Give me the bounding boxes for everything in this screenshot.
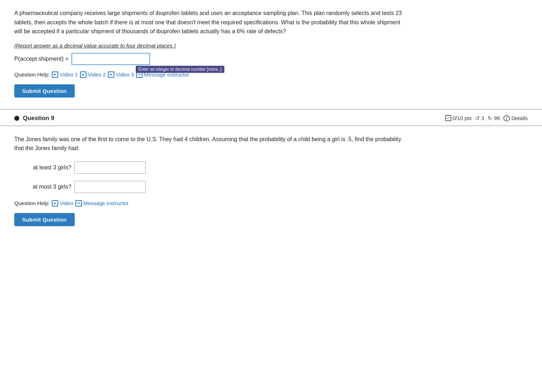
q9-pts-label: 0/10 pts [453,115,472,121]
q9-inputs: at least 3 girls? at most 3 girls? [14,162,528,193]
q9-video-label: Video [60,200,73,206]
q9-at-least-input[interactable] [74,162,146,174]
q9-title-group: Question 9 [14,115,54,122]
q9-at-most-label: at most 3 girls? [14,184,71,190]
q8-question-help: Question Help: ► Video 1 ► Video 2 ► Vid… [14,71,528,78]
q9-undo-label: 3 [481,115,484,121]
q8-input-wrapper: Enter an integer or decimal number [more… [71,53,150,65]
q9-message-instructor-link[interactable]: ✉ Message instructor [75,200,129,207]
q9-details-item[interactable]: i Details [503,115,528,121]
q9-info-icon: i [503,115,510,121]
question-8-block: A pharmaceutical company receives large … [0,0,542,109]
q9-mail-icon: ✉ [75,200,82,207]
q9-video-play-icon: ► [52,200,58,207]
q9-retry-item: ↻ 99 [488,115,500,121]
q8-submit-button[interactable]: Submit Question [14,84,75,98]
q8-question-text: A pharmaceutical company receives large … [14,9,407,36]
q8-answer-label: P(accept shipment) = [14,56,69,62]
q8-video3-play-icon: ► [108,71,114,78]
q9-question-text: The Jones family was one of the first to… [14,135,407,153]
q8-video1-label: Video 1 [60,71,78,78]
page-container: A pharmaceutical company receives large … [0,0,542,238]
q9-pts-item: ✓ 0/10 pts [445,115,472,121]
q8-tooltip: Enter an integer or decimal number [more… [136,66,224,73]
q9-title: Question 9 [23,115,54,122]
q9-header: Question 9 ✓ 0/10 pts ↺ 3 ↻ 99 i Details [0,109,542,126]
q9-at-most-input[interactable] [74,181,146,193]
q9-help-label: Question Help: [14,200,50,206]
q8-report-note: (Report answer as a decimal value accura… [14,43,528,49]
q9-message-instructor-label: Message instructor [83,200,129,206]
q9-meta: ✓ 0/10 pts ↺ 3 ↻ 99 i Details [445,115,528,121]
q9-retry-label: 99 [494,115,500,121]
question-9-block: The Jones family was one of the first to… [0,126,542,238]
q8-video3-label: Video 3 [116,71,134,78]
q8-video2-label: Video 2 [88,71,106,78]
q9-bullet-icon [14,116,19,121]
q9-undo-icon: ↺ [475,115,480,121]
q8-answer-input[interactable] [71,53,150,65]
q9-retry-icon: ↻ [488,115,492,121]
q8-video1-play-icon: ► [52,71,58,78]
q9-question-help: Question Help: ► Video ✉ Message instruc… [14,200,528,207]
q9-submit-button[interactable]: Submit Question [14,213,75,226]
q8-answer-row: P(accept shipment) = Enter an integer or… [14,53,528,65]
q9-at-least-label: at least 3 girls? [14,164,71,171]
q9-at-least-row: at least 3 girls? [14,162,528,174]
q9-at-most-row: at most 3 girls? [14,181,528,193]
q8-answer-inline: P(accept shipment) = Enter an integer or… [14,53,150,65]
q8-video1-link[interactable]: ► Video 1 [52,71,78,78]
q9-details-label: Details [511,115,528,121]
q8-video2-link[interactable]: ► Video 2 [80,71,106,78]
q8-video2-play-icon: ► [80,71,86,78]
q8-help-label: Question Help: [14,71,50,78]
q9-checkbox-icon: ✓ [445,115,451,121]
q9-video-link[interactable]: ► Video [52,200,73,207]
q8-video3-link[interactable]: ► Video 3 [108,71,134,78]
q9-undo-item: ↺ 3 [475,115,484,121]
